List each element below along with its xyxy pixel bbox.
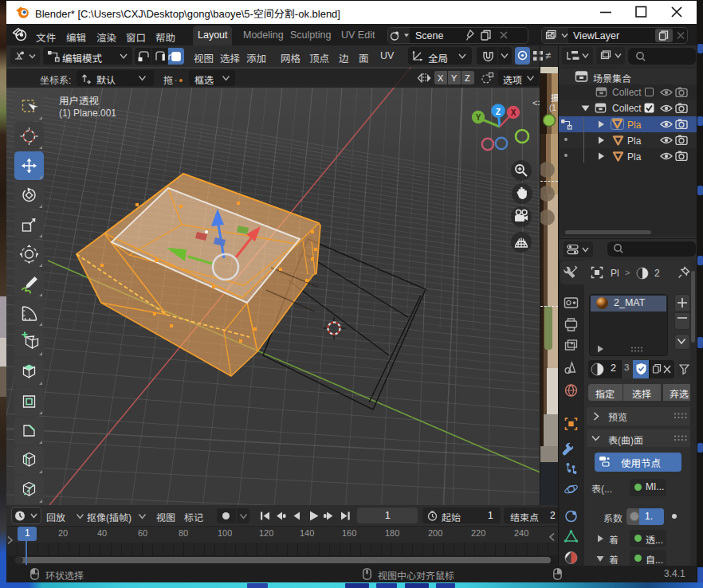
svg-text:Y: Y: [476, 113, 481, 122]
svg-text:X: X: [511, 108, 516, 117]
svg-text:Z: Z: [496, 108, 501, 116]
